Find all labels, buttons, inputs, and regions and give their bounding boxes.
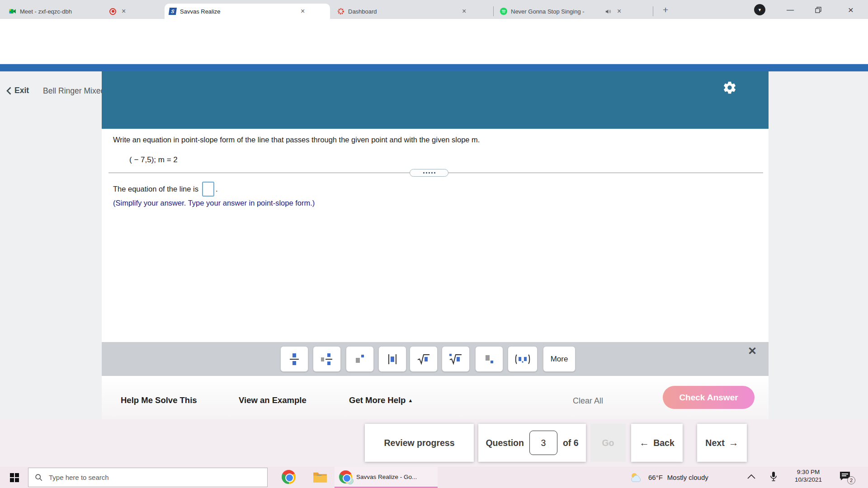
tab-title: Meet - zxf-eqzc-dbh — [20, 8, 106, 15]
answer-input-box[interactable] — [202, 182, 214, 197]
browser-toolbar: ← → savvasrealize.com/assignments/viewer… — [0, 19, 868, 40]
taskbar-file-explorer-icon[interactable] — [313, 470, 327, 484]
exponent-button[interactable] — [346, 346, 374, 372]
screen: Meet - zxf-eqzc-dbh × × S Savvas Realize… — [0, 0, 868, 488]
gear-icon[interactable] — [722, 80, 737, 95]
absolute-value-button[interactable] — [378, 346, 406, 372]
exit-button[interactable]: Exit — [6, 86, 29, 95]
search-placeholder: Type here to search — [49, 474, 109, 481]
savvas-icon: S — [169, 8, 177, 15]
new-tab-button[interactable]: + — [663, 5, 668, 15]
ordered-pair-button[interactable] — [508, 346, 538, 372]
browser-tab-strip: Meet - zxf-eqzc-dbh × × S Savvas Realize… — [0, 0, 868, 19]
next-arrow-icon: → — [729, 437, 739, 449]
taskbar-search[interactable]: Type here to search — [28, 468, 268, 487]
mixed-number-button[interactable] — [313, 346, 341, 372]
fraction-button[interactable] — [280, 346, 308, 372]
tab-dashboard[interactable]: Dashboard × — [333, 4, 492, 19]
subscript-button[interactable] — [475, 346, 503, 372]
assignment-header: Exit Bell Ringer Mixed Review 9/30 and 1… — [0, 40, 868, 64]
question-given: ( − 7,5); m = 2 — [129, 155, 178, 164]
mixed-number-icon — [320, 352, 334, 366]
recording-indicator-icon — [109, 8, 116, 15]
weather-temp: 66°F — [648, 474, 663, 481]
help-me-solve-button[interactable]: Help Me Solve This — [121, 395, 197, 405]
tab-audio-icon[interactable] — [605, 8, 612, 15]
blue-strip — [0, 64, 868, 71]
tab-title: Savvas Realize — [180, 8, 295, 15]
tab-meet[interactable]: Meet - zxf-eqzc-dbh × × — [5, 4, 164, 19]
question-counter-panel: Question of 6 — [478, 424, 586, 462]
review-progress-button[interactable]: Review progress — [365, 424, 474, 462]
active-app-label: Savvas Realize - Go... — [356, 474, 417, 480]
meet-icon — [9, 8, 16, 15]
view-example-button[interactable]: View an Example — [239, 395, 307, 405]
notification-badge: 2 — [847, 476, 855, 484]
tab-close-icon[interactable]: × — [120, 7, 127, 16]
back-arrow-icon: ← — [639, 437, 649, 449]
question-body — [102, 129, 769, 342]
tab-overlay-dot — [347, 478, 354, 484]
question-label: Question — [486, 438, 524, 448]
get-more-help-button[interactable]: Get More Help ▲ — [349, 395, 413, 405]
microphone-icon[interactable] — [770, 471, 777, 482]
tab-title: Never Gonna Stop Singing - — [511, 8, 601, 15]
divider-drag-handle[interactable] — [410, 169, 448, 177]
window-close-button[interactable]: × — [842, 4, 860, 16]
square-root-button[interactable] — [410, 346, 438, 372]
answer-hint: (Simplify your answer. Type your answer … — [113, 199, 315, 207]
tab-title: Dashboard — [348, 8, 457, 15]
go-button[interactable]: Go — [590, 424, 626, 462]
nth-root-button[interactable] — [442, 346, 470, 372]
download-circle-icon[interactable]: ▼ — [754, 4, 765, 15]
chrome-icon — [339, 470, 352, 483]
more-button[interactable]: More — [543, 346, 576, 372]
window-minimize-button[interactable]: — — [781, 4, 799, 16]
back-button[interactable]: ← Back — [631, 424, 683, 462]
check-answer-button[interactable]: Check Answer — [663, 386, 755, 409]
weather-desc: Mostly cloudy — [667, 474, 708, 481]
spotify-icon — [500, 8, 507, 15]
window-restore-button[interactable] — [809, 4, 827, 16]
answer-suffix: . — [216, 185, 218, 193]
clock-time: 9:30 PM — [788, 468, 829, 476]
subscript-icon — [483, 353, 495, 365]
tab-separator — [493, 6, 494, 16]
start-button[interactable] — [10, 473, 19, 482]
square-root-icon — [417, 353, 430, 366]
caret-up-icon: ▲ — [408, 398, 413, 403]
tab-savvas-realize[interactable]: S Savvas Realize × — [165, 4, 330, 19]
tab-separator — [653, 6, 653, 16]
notification-center-icon[interactable]: 2 — [839, 471, 852, 482]
taskbar-clock[interactable]: 9:30 PM 10/3/2021 — [788, 468, 829, 483]
tab-close-icon[interactable]: × — [299, 7, 307, 16]
tab-spotify[interactable]: Never Gonna Stop Singing - × — [495, 4, 651, 19]
absolute-value-icon — [387, 353, 398, 366]
toolbar-close-icon[interactable]: ✕ — [748, 345, 757, 357]
tab-close-icon[interactable]: × — [460, 7, 468, 16]
question-number-input[interactable] — [529, 431, 557, 455]
question-prompt: Write an equation in point-slope form of… — [113, 136, 480, 144]
restore-icon — [815, 7, 821, 13]
tab-close-icon[interactable]: × — [615, 7, 623, 16]
taskbar-active-app[interactable]: Savvas Realize - Go... — [335, 467, 438, 488]
ordered-pair-icon — [514, 353, 532, 365]
next-button[interactable]: Next → — [697, 424, 747, 462]
chevron-left-icon — [6, 87, 11, 95]
taskbar-chevron-up-icon[interactable] — [747, 474, 756, 480]
answer-line: The equation of the line is . — [113, 182, 218, 197]
search-icon — [35, 474, 42, 481]
answer-prefix: The equation of the line is — [113, 185, 198, 193]
taskbar-chrome-icon[interactable] — [282, 470, 296, 484]
weather-widget[interactable]: 66°F Mostly cloudy — [627, 467, 710, 488]
exit-label: Exit — [14, 86, 29, 95]
clock-date: 10/3/2021 — [788, 476, 829, 483]
exponent-icon — [354, 353, 366, 365]
fraction-icon — [288, 352, 300, 366]
clear-all-button[interactable]: Clear All — [573, 396, 603, 406]
canvas-icon — [337, 8, 344, 15]
question-header-band — [102, 71, 769, 129]
nth-root-icon — [449, 353, 462, 366]
question-of-label: of 6 — [563, 438, 579, 448]
weather-icon — [629, 472, 644, 483]
